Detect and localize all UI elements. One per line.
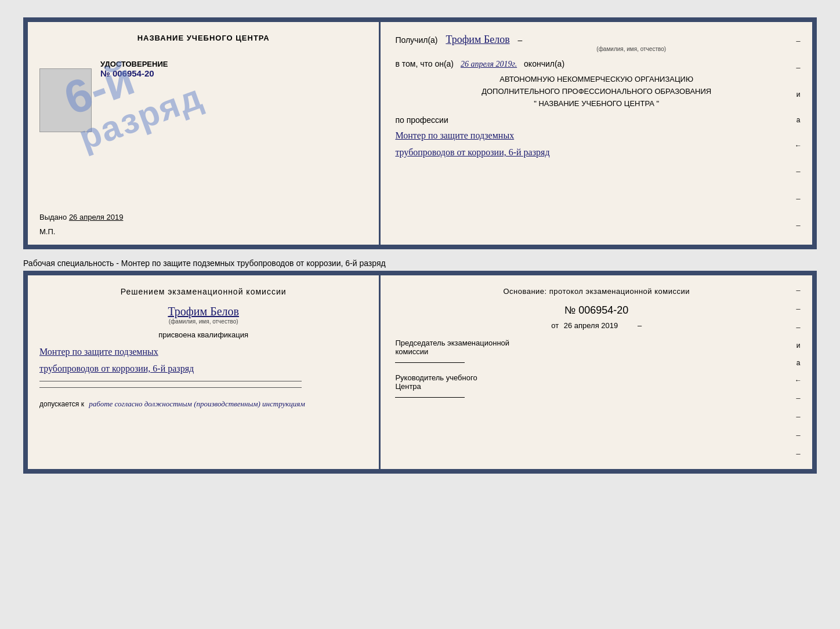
bottom-qualification-block: Монтер по защите подземных трубопроводов… [39, 344, 367, 377]
bottom-outer: Решением экзаменационной комиссии Трофим… [23, 271, 817, 474]
org-line3: " НАЗВАНИЕ УЧЕБНОГО ЦЕНТРА " [395, 98, 798, 110]
resheniem-title: Решением экзаменационной комиссии [39, 287, 367, 296]
recipient-name: Трофим Белов [446, 34, 509, 45]
b-edge-4: – [796, 394, 800, 403]
between-text: Рабочая специальность - Монтер по защите… [23, 254, 817, 271]
okonchil-label: окончил(а) [524, 59, 564, 68]
edge-label-4: – [796, 194, 800, 203]
rukovoditel-line1: Руководитель учебного [395, 373, 798, 382]
diploma-date: 26 апреля 2019г. [461, 60, 517, 68]
bottom-name-block: Трофим Белов (фамилия, имя, отчество) [39, 305, 367, 325]
b-edge-7: – [796, 449, 800, 459]
udostoverenie-label: УДОСТОВЕРЕНИЕ [100, 60, 367, 68]
vydano-block: Выдано 26 апреля 2019 [39, 213, 123, 221]
bottom-right-edge-labels: – – – и а ← – – – – [795, 281, 802, 463]
predsedatel-line2: комиссии [395, 347, 798, 356]
edge-label-3: – [796, 167, 800, 176]
b-edge-6: – [796, 431, 800, 440]
bottom-right: Основание: протокол экзаменационной коми… [381, 275, 812, 469]
b-edge-3: – [796, 323, 800, 332]
edge-label-1: – [796, 37, 800, 46]
b-edge-2: – [796, 304, 800, 314]
ot-date: 26 апреля 2019 [564, 321, 618, 330]
prisvoena-line: присвоена квалификация [39, 330, 367, 339]
bottom-recipient-name: Трофим Белов [168, 305, 239, 318]
b-edge-arrow: ← [795, 376, 802, 384]
profession-line1: Монтер по защите подземных [395, 128, 798, 144]
org-line2: ДОПОЛНИТЕЛЬНОГО ПРОФЕССИОНАЛЬНОГО ОБРАЗО… [395, 86, 798, 98]
ot-line: от 26 апреля 2019 – [395, 321, 798, 330]
bottom-qual-line1: Монтер по защите подземных [39, 344, 367, 361]
b-edge-5: – [796, 412, 800, 421]
ot-dash: – [638, 321, 642, 330]
page-wrapper: НАЗВАНИЕ УЧЕБНОГО ЦЕНТРА УДОСТОВЕРЕНИЕ №… [12, 12, 828, 479]
predsedatel-line1: Председатель экзаменационной [395, 339, 798, 347]
diploma-container: НАЗВАНИЕ УЧЕБНОГО ЦЕНТРА УДОСТОВЕРЕНИЕ №… [23, 17, 817, 249]
bottom-qual-line2: трубопроводов от коррозии, 6-й разряд [39, 361, 367, 377]
diploma-title: НАЗВАНИЕ УЧЕБНОГО ЦЕНТРА [39, 34, 367, 42]
diploma-number: № 006954-20 [100, 68, 367, 78]
udostoverenie-block: УДОСТОВЕРЕНИЕ № 006954-20 [100, 60, 367, 78]
vydano-date: 26 апреля 2019 [69, 213, 124, 221]
between-text-content: Рабочая специальность - Монтер по защите… [23, 259, 386, 268]
bottom-left: Решением экзаменационной комиссии Трофим… [28, 275, 381, 469]
bottom-nomer: № 006954-20 [395, 304, 798, 317]
org-line1: АВТОНОМНУЮ НЕКОММЕРЧЕСКУЮ ОРГАНИЗАЦИЮ [395, 74, 798, 86]
bottom-fio-sublabel: (фамилия, имя, отчество) [39, 318, 367, 325]
edge-label-5: – [796, 221, 800, 230]
po-professii-label: по профессии [395, 115, 798, 125]
rukovoditel-signature [395, 397, 465, 398]
profession-line2: трубопроводов от коррозии, 6-й разряд [395, 144, 798, 161]
photo-placeholder [39, 68, 92, 132]
edge-label-i: и [796, 90, 801, 99]
b-edge-1: – [796, 286, 800, 295]
profession-block: Монтер по защите подземных трубопроводов… [395, 128, 798, 161]
edge-label-2: – [796, 63, 800, 72]
right-edge-labels: – – и а ← – – – [795, 28, 802, 239]
predsedatel-signature [395, 362, 465, 363]
diploma-right: Получил(а) Трофим Белов – (фамилия, имя,… [381, 22, 812, 245]
ot-label: от [551, 321, 559, 330]
diploma-outer: НАЗВАНИЕ УЧЕБНОГО ЦЕНТРА УДОСТОВЕРЕНИЕ №… [23, 17, 817, 249]
rukovoditel-line2: Центра [395, 382, 798, 391]
rukovoditel-block: Руководитель учебного Центра [395, 373, 798, 399]
dopuskaetsya-block: допускается к работе согласно должностны… [39, 399, 367, 409]
dopuskaetsya-label: допускается к [39, 400, 84, 408]
edge-label-a: а [796, 116, 801, 124]
vydano-label: Выдано [39, 213, 67, 221]
b-edge-i: и [796, 341, 801, 350]
poluchil-line: Получил(а) Трофим Белов – (фамилия, имя,… [395, 34, 798, 52]
diploma-left: НАЗВАНИЕ УЧЕБНОГО ЦЕНТРА УДОСТОВЕРЕНИЕ №… [28, 22, 381, 245]
predsedatel-block: Председатель экзаменационной комиссии [395, 339, 798, 365]
bottom-container: Решением экзаменационной комиссии Трофим… [23, 271, 817, 474]
fio-sublabel: (фамилия, имя, отчество) [465, 46, 798, 52]
edge-label-arrow: ← [795, 141, 802, 150]
b-edge-a: а [796, 359, 801, 367]
v-tom-line: в том, что он(а) 26 апреля 2019г. окончи… [395, 59, 798, 69]
poluchil-label: Получил(а) [395, 35, 437, 45]
osnovanie-block: Основание: протокол экзаменационной коми… [395, 287, 798, 296]
dopuskaetsya-text: работе согласно должностным (производств… [89, 399, 305, 408]
org-name-block: АВТОНОМНУЮ НЕКОММЕРЧЕСКУЮ ОРГАНИЗАЦИЮ ДО… [395, 74, 798, 110]
dash-1: – [518, 35, 523, 45]
v-tom-label: в том, что он(а) [395, 59, 454, 68]
mp-label: М.П. [39, 227, 55, 236]
